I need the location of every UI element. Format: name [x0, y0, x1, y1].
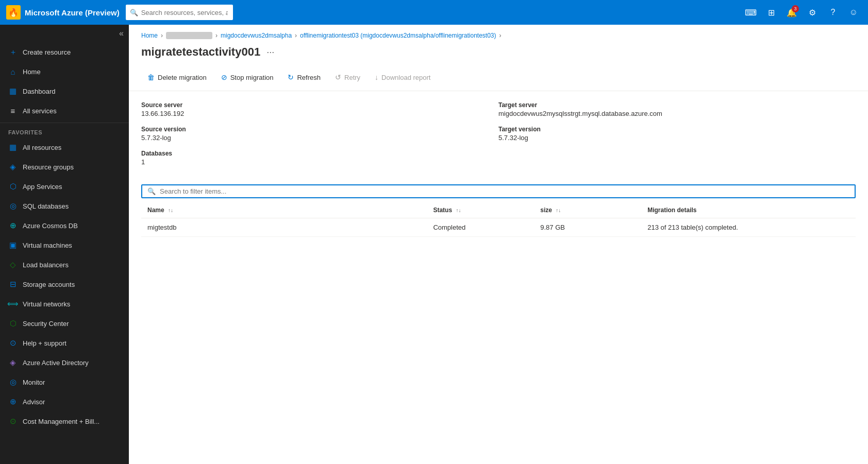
sidebar-item-label: Monitor: [23, 379, 45, 386]
breadcrumb-blurred[interactable]: ██████████: [166, 32, 212, 39]
sidebar-item-monitor[interactable]: ◎ Monitor: [0, 372, 129, 392]
filter-input[interactable]: [160, 187, 849, 195]
page-title: migratetestactivity001: [141, 45, 260, 59]
breadcrumb-dms-alpha[interactable]: migdocdevwus2dmsalpha: [221, 32, 292, 39]
account-icon[interactable]: ☺: [845, 4, 862, 21]
stop-icon: ⊘: [221, 73, 227, 81]
sidebar-item-home[interactable]: ⌂ Home: [0, 62, 129, 81]
database-table: Name ↑↓ Status ↑↓ size ↑↓ Migration deta…: [141, 202, 856, 237]
favorites-section-label: FAVORITES: [0, 125, 129, 138]
retry-label: Retry: [344, 74, 360, 81]
cloud-shell-icon[interactable]: ⌨: [742, 4, 759, 21]
source-version-value: 5.7.32-log: [141, 134, 498, 142]
table-body: migtestdb Completed 9.87 GB 213 of 213 t…: [141, 218, 856, 237]
sidebar-item-label: Home: [23, 68, 41, 76]
topbar-actions: ⌨ ⊞ 🔔 3 ⚙ ? ☺: [742, 4, 862, 21]
page-title-row: migratetestactivity001 ···: [129, 42, 868, 67]
databases-value: 1: [141, 158, 498, 166]
source-server-value: 13.66.136.192: [141, 110, 498, 117]
sidebar-item-app-services[interactable]: ⬡ App Services: [0, 177, 129, 196]
sidebar-collapse-button[interactable]: «: [0, 25, 129, 42]
load-balancers-icon: ◇: [8, 260, 18, 269]
cell-migration-details: 213 of 213 table(s) completed.: [641, 218, 856, 237]
databases-label: Databases: [141, 150, 498, 157]
page-more-button[interactable]: ···: [266, 47, 274, 58]
notification-badge: 3: [792, 5, 799, 12]
cell-size: 9.87 GB: [534, 218, 641, 237]
sidebar-item-label: All services: [23, 107, 57, 115]
refresh-button[interactable]: ↻ Refresh: [281, 70, 327, 84]
target-version-value: 5.7.32-log: [498, 134, 856, 142]
home-icon: ⌂: [8, 67, 18, 76]
source-version-label: Source version: [141, 126, 498, 133]
filter-search-icon: 🔍: [147, 187, 156, 195]
notifications-icon[interactable]: 🔔 3: [783, 4, 800, 21]
sidebar: « ＋ Create resource ⌂ Home ▦ Dashboard ≡…: [0, 25, 129, 464]
sidebar-item-virtual-machines[interactable]: ▣ Virtual machines: [0, 235, 129, 255]
sidebar-item-dashboard[interactable]: ▦ Dashboard: [0, 81, 129, 101]
sidebar-item-aad[interactable]: ◈ Azure Active Directory: [0, 353, 129, 372]
brand-label: Microsoft Azure (Preview): [25, 8, 120, 17]
sidebar-item-security-center[interactable]: ⬡ Security Center: [0, 314, 129, 333]
col-header-size[interactable]: size ↑↓: [534, 202, 641, 218]
sidebar-item-help-support[interactable]: ⊙ Help + support: [0, 333, 129, 353]
sidebar-item-label: Storage accounts: [23, 281, 75, 288]
breadcrumb-sep-3: ›: [295, 32, 297, 39]
sidebar-item-cost-management[interactable]: ⊙ Cost Management + Bill...: [0, 411, 129, 431]
settings-icon[interactable]: ⚙: [804, 4, 821, 21]
target-version-field: Target version 5.7.32-log: [498, 126, 856, 142]
sidebar-item-label: SQL databases: [23, 202, 69, 210]
breadcrumb-home[interactable]: Home: [141, 32, 158, 39]
sidebar-item-storage-accounts[interactable]: ⊟ Storage accounts: [0, 274, 129, 294]
sidebar-item-virtual-networks[interactable]: ⟺ Virtual networks: [0, 294, 129, 314]
info-left-col: Source server 13.66.136.192 Source versi…: [141, 101, 498, 174]
delete-icon: 🗑: [147, 73, 155, 81]
sidebar-item-advisor[interactable]: ⊕ Advisor: [0, 392, 129, 411]
download-report-button[interactable]: ↓ Download report: [369, 70, 437, 84]
col-header-name[interactable]: Name ↑↓: [141, 202, 427, 218]
sidebar-item-sql-databases[interactable]: ◎ SQL databases: [0, 196, 129, 216]
sidebar-item-all-services[interactable]: ≡ All services: [0, 101, 129, 121]
content-area: Home › ██████████ › migdocdevwus2dmsalph…: [129, 25, 868, 464]
sidebar-item-cosmos-db[interactable]: ⊕ Azure Cosmos DB: [0, 216, 129, 235]
search-input[interactable]: [126, 5, 233, 20]
sort-status-icon: ↑↓: [456, 208, 461, 213]
aad-icon: ◈: [8, 358, 18, 367]
cosmos-db-icon: ⊕: [8, 221, 18, 230]
download-icon: ↓: [375, 73, 378, 81]
sidebar-item-label: Security Center: [23, 320, 69, 328]
security-center-icon: ⬡: [8, 319, 18, 328]
breadcrumb-offlinemigration[interactable]: offlinemigrationtest03 (migdocdevwus2dms…: [300, 32, 496, 39]
breadcrumb: Home › ██████████ › migdocdevwus2dmsalph…: [129, 25, 868, 42]
sidebar-item-label: Advisor: [23, 398, 45, 406]
stop-migration-button[interactable]: ⊘ Stop migration: [215, 70, 280, 84]
delete-migration-button[interactable]: 🗑 Delete migration: [141, 70, 213, 84]
virtual-machines-icon: ▣: [8, 240, 18, 250]
breadcrumb-sep-4: ›: [499, 32, 502, 39]
all-services-icon: ≡: [8, 106, 18, 115]
sidebar-item-load-balancers[interactable]: ◇ Load balancers: [0, 255, 129, 274]
table-row[interactable]: migtestdb Completed 9.87 GB 213 of 213 t…: [141, 218, 856, 237]
directory-icon[interactable]: ⊞: [763, 4, 779, 21]
sidebar-item-resource-groups[interactable]: ◈ Resource groups: [0, 157, 129, 177]
help-support-icon: ⊙: [8, 338, 18, 348]
info-section: Source server 13.66.136.192 Source versi…: [129, 91, 868, 184]
storage-accounts-icon: ⊟: [8, 280, 18, 289]
sidebar-item-label: Azure Cosmos DB: [23, 222, 78, 230]
source-server-field: Source server 13.66.136.192: [141, 101, 498, 117]
databases-field: Databases 1: [141, 150, 498, 166]
refresh-icon: ↻: [288, 73, 294, 81]
sidebar-item-label: Resource groups: [23, 163, 74, 171]
sort-name-icon: ↑↓: [168, 208, 173, 213]
sidebar-item-all-resources[interactable]: ▦ All resources: [0, 138, 129, 157]
help-icon[interactable]: ?: [825, 4, 841, 21]
retry-button[interactable]: ↺ Retry: [329, 70, 366, 84]
retry-icon: ↺: [335, 73, 341, 81]
sidebar-scroll-area: ＋ Create resource ⌂ Home ▦ Dashboard ≡ A…: [0, 42, 129, 464]
col-header-status[interactable]: Status ↑↓: [427, 202, 534, 218]
search-wrap: 🔍: [126, 5, 487, 20]
target-server-field: Target server migdocdevwus2mysqlsstrgt.m…: [498, 101, 856, 117]
sidebar-item-label: Dashboard: [23, 88, 56, 95]
cell-name: migtestdb: [141, 218, 427, 237]
sidebar-item-create-resource[interactable]: ＋ Create resource: [0, 42, 129, 62]
